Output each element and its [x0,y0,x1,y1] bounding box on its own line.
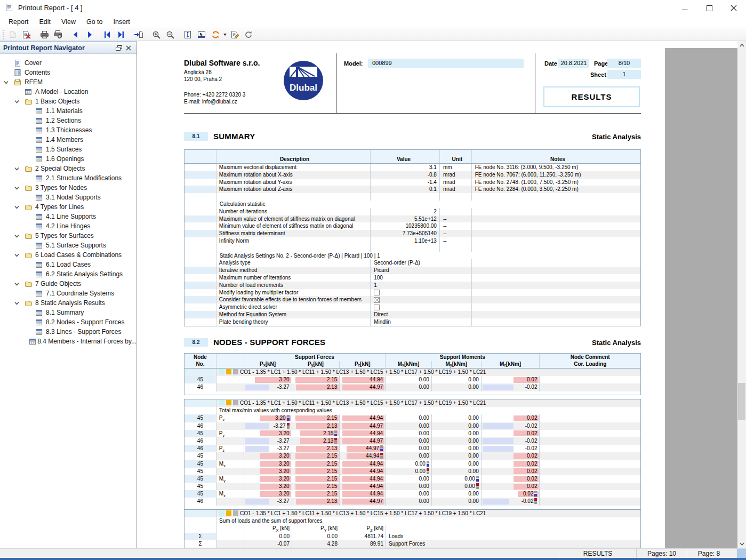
node-cell: 45 [185,490,216,498]
close-panel-icon[interactable] [124,44,133,52]
page-previous-icon[interactable] [69,29,83,41]
nav-item-2-special-objects[interactable]: 2 Special Objects [0,164,137,173]
nav-item-1-5-surfaces[interactable]: 1.5 Surfaces [0,145,137,154]
nav-item-a-model-location[interactable]: A Model - Location [0,87,137,97]
nav-item-1-6-openings[interactable]: 1.6 Openings [0,154,137,164]
chevron-expanded-icon[interactable] [14,252,25,258]
chevron-expanded-icon[interactable] [14,281,25,287]
scrollbar-thumb[interactable] [738,383,745,420]
float-panel-icon[interactable] [114,44,124,52]
menu-view[interactable]: View [56,17,81,27]
nav-item-6-1-load-cases[interactable]: 6.1 Load Cases [0,260,137,269]
page-last-icon[interactable] [114,29,128,41]
sync-icon[interactable] [208,29,222,41]
model-field: 000899 [368,59,524,68]
nav-item-5-types-for-surfaces[interactable]: 5 Types for Surfaces [0,231,137,241]
open-report-icon[interactable] [6,29,20,41]
sheet-label: Sheet [580,71,606,78]
chevron-expanded-icon[interactable] [14,166,25,172]
nav-item-8-2-nodes-support-forces[interactable]: 8.2 Nodes - Support Forces [0,317,137,327]
chevron-expanded-icon[interactable] [3,79,14,85]
nav-item-1-2-sections[interactable]: 1.2 Sections [0,116,137,125]
nav-item-6-load-cases-combinations[interactable]: 6 Load Cases & Combinations [0,250,137,260]
scroll-down-icon[interactable] [737,540,746,548]
chevron-expanded-icon[interactable] [14,204,25,210]
value-cell: -3.27 [244,498,292,505]
nav-item-8-3-lines-support-forces[interactable]: 8.3 Lines - Support Forces [0,327,137,337]
minimize-button[interactable] [672,0,697,16]
nav-item-7-1-coordinate-systems[interactable]: 7.1 Coordinate Systems [0,289,137,298]
fit-width-icon[interactable] [195,29,208,41]
nav-item-2-1-structure-modifications[interactable]: 2.1 Structure Modifications [0,173,137,183]
nav-item-contents[interactable]: Contents [0,68,137,77]
combo-text-cell: CO1 - 1.35 * LC1 + 1.50 * LC11 + 1.50 * … [216,369,640,376]
print-settings-icon[interactable] [51,29,65,41]
description-cell: Stiffness matrix determinant [216,230,371,237]
nav-item-1-4-members[interactable]: 1.4 Members [0,135,137,145]
menu-edit[interactable]: Edit [34,17,57,27]
nav-item-3-types-for-nodes[interactable]: 3 Types for Nodes [0,183,137,193]
nav-item-rfem[interactable]: RFEM [0,77,137,87]
report-page: Dlubal Software s.r.o. Anglická 28 120 0… [138,41,737,548]
value-cell: 0.00 [386,490,432,498]
goto-page-icon[interactable] [132,29,146,41]
nav-item-3-1-nodal-supports[interactable]: 3.1 Nodal Supports [0,193,137,202]
value-text: 44.97 [366,445,379,451]
chevron-expanded-icon[interactable] [14,99,25,105]
print-icon[interactable] [37,29,51,41]
table-row: Maximum rotation about Z-axis0.1mradFE n… [185,186,640,193]
notes-cell: FE node No. 2284: (0.000, 3.500, -2.250 … [472,186,640,193]
value-cell: 2.15 [292,452,340,460]
nav-item-label: 2.1 Structure Modifications [45,174,122,182]
toolbar-drag-handle[interactable] [3,30,4,39]
fit-height-icon[interactable] [181,29,195,41]
row-label-cell [185,186,216,193]
page-first-icon[interactable] [100,29,114,41]
menu-report[interactable]: Report [3,17,34,27]
zoom-out-icon[interactable] [163,29,177,41]
section-8-2-number: 8.2 [184,338,208,347]
table-row: Analysis typeSecond-order (P-Δ) [185,259,640,267]
menu-insert[interactable]: Insert [108,17,135,27]
app-window: Printout Report - [ 4 ] Report Edit View… [0,0,746,560]
chevron-expanded-icon[interactable] [14,233,25,239]
nav-item-1-1-materials[interactable]: 1.1 Materials [0,106,137,116]
nav-item-4-2-line-hinges[interactable]: 4.2 Line Hinges [0,221,137,231]
nav-item-6-2-static-analysis-settings[interactable]: 6.2 Static Analysis Settings [0,269,137,279]
value-text: 0.00 [468,468,478,474]
nav-item-1-3-thicknesses[interactable]: 1.3 Thicknesses [0,125,137,135]
vertical-scrollbar[interactable] [737,41,746,548]
summary-col-header: Value [371,150,440,163]
value-cell: 2.15 [292,414,340,422]
table-row [185,245,640,252]
page-next-icon[interactable] [83,29,97,41]
unit-cell: -- [440,230,472,237]
nav-item-8-1-summary[interactable]: 8.1 Summary [0,308,137,317]
close-button[interactable] [721,0,746,16]
sync-dropdown-icon[interactable] [222,29,228,41]
nav-item-8-4-members-internal-forces-by[interactable]: 8.4 Members - Internal Forces by... [0,337,137,346]
value-cell: 0.00 [386,430,432,437]
edit-properties-icon[interactable] [228,29,242,41]
value-text: 0.00 [419,430,429,436]
nav-item-label: 1.3 Thicknesses [45,126,92,134]
menu-goto[interactable]: Go to [81,17,108,27]
maximize-button[interactable] [697,0,721,16]
nav-item-5-1-surface-supports[interactable]: 5.1 Surface Supports [0,241,137,250]
chevron-expanded-icon[interactable] [14,185,25,191]
chevron-expanded-icon[interactable] [14,300,25,306]
nodes-table-block: NodeSupport ForcesSupport MomentsNode Co… [184,353,641,395]
nav-item-cover[interactable]: Cover [0,58,137,68]
unit-cell [440,208,472,215]
nav-item-4-types-for-lines[interactable]: 4 Types for Lines [0,202,137,212]
nav-item-4-1-line-supports[interactable]: 4.1 Line Supports [0,212,137,221]
nav-item-label: 5.1 Surface Supports [45,242,106,249]
remove-page-icon[interactable] [20,29,34,41]
nav-item-1-basic-objects[interactable]: 1 Basic Objects [0,97,137,106]
value-cell: 44.94 [340,460,386,468]
nav-item-8-static-analysis-results[interactable]: 8 Static Analysis Results [0,298,137,308]
scroll-up-icon[interactable] [737,41,746,50]
nav-item-7-guide-objects[interactable]: 7 Guide Objects [0,279,137,289]
refresh-icon[interactable] [242,29,255,41]
zoom-in-icon[interactable] [149,29,163,41]
